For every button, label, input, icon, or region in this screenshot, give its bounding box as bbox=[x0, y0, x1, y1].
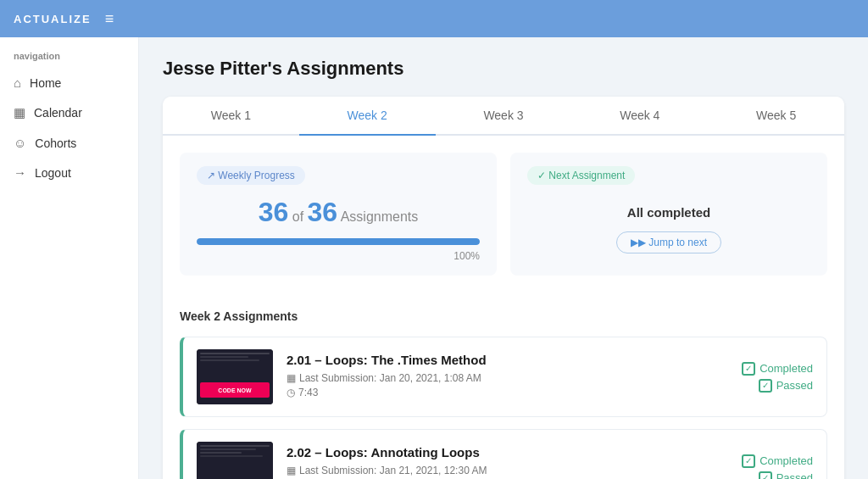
submission-date: Last Submission: Jan 21, 2021, 12:30 AM bbox=[299, 465, 487, 476]
progress-pct: 100% bbox=[197, 250, 480, 262]
sidebar-item-label: Home bbox=[30, 76, 61, 90]
next-card-center: All completed ▶▶ Jump to next bbox=[527, 197, 810, 262]
assignment-card: CODE NOW 2.01 – Loops: The .Times Method… bbox=[180, 337, 827, 417]
sidebar-item-label: Cohorts bbox=[35, 136, 76, 150]
sidebar: navigation ⌂ Home ▦ Calendar ☺ Cohorts →… bbox=[0, 37, 139, 479]
tab-week3[interactable]: Week 3 bbox=[436, 97, 572, 136]
completed-badge: ✓ Completed bbox=[742, 454, 813, 468]
logout-icon: → bbox=[14, 165, 26, 180]
content: Jesse Pitter's Assignments Week 1 Week 2… bbox=[139, 37, 868, 479]
sidebar-nav-label: navigation bbox=[0, 51, 138, 68]
calendar-icon: ▦ bbox=[287, 372, 296, 384]
next-assignment-card: ✓ Next Assignment All completed ▶▶ Jump … bbox=[510, 153, 827, 276]
progress-bar-fill bbox=[197, 238, 480, 245]
assignment-meta-submission: ▦ Last Submission: Jan 21, 2021, 12:30 A… bbox=[287, 465, 728, 476]
calendar-icon: ▦ bbox=[287, 465, 296, 476]
weekly-progress-badge: ↗ Weekly Progress bbox=[197, 166, 305, 185]
sidebar-item-label: Calendar bbox=[34, 106, 82, 120]
sidebar-item-label: Logout bbox=[35, 166, 71, 180]
assignments-section-label: Week 2 Assignments bbox=[180, 309, 827, 323]
progress-bar-bg bbox=[197, 238, 480, 245]
assignment-thumbnail bbox=[197, 442, 273, 479]
progress-card: ↗ Weekly Progress 36 of 36 Assignments 1… bbox=[180, 153, 497, 276]
assignment-title: 2.01 – Loops: The .Times Method bbox=[287, 353, 728, 367]
assignment-meta-submission: ▦ Last Submission: Jan 20, 2021, 1:08 AM bbox=[287, 372, 728, 384]
assignment-thumbnail: CODE NOW bbox=[197, 349, 273, 404]
assignments-section: Week 2 Assignments CODE NOW bbox=[163, 292, 844, 479]
sidebar-item-calendar[interactable]: ▦ Calendar bbox=[0, 97, 138, 128]
completed-check-icon: ✓ bbox=[742, 454, 755, 468]
topbar: ACTUALIZE ≡ bbox=[0, 0, 868, 37]
cohorts-icon: ☺ bbox=[14, 136, 26, 150]
assignment-meta-duration: ◷ 7:43 bbox=[287, 387, 728, 398]
assignment-card: 2.02 – Loops: Annotating Loops ▦ Last Su… bbox=[180, 429, 827, 479]
passed-check-icon: ✓ bbox=[759, 379, 772, 393]
tab-week4[interactable]: Week 4 bbox=[571, 97, 708, 136]
tab-week5[interactable]: Week 5 bbox=[708, 97, 844, 136]
completed-label: Completed bbox=[760, 362, 813, 375]
completed-label: Completed bbox=[760, 454, 813, 467]
calendar-icon: ▦ bbox=[14, 105, 25, 120]
assignment-title: 2.02 – Loops: Annotating Loops bbox=[287, 445, 728, 460]
duration: 7:43 bbox=[298, 387, 318, 398]
passed-badge: ✓ Passed bbox=[759, 471, 813, 480]
passed-check-icon: ✓ bbox=[759, 471, 772, 480]
sidebar-item-logout[interactable]: → Logout bbox=[0, 158, 138, 187]
submission-date: Last Submission: Jan 20, 2021, 1:08 AM bbox=[299, 372, 481, 384]
page-title: Jesse Pitter's Assignments bbox=[163, 58, 844, 80]
completed-badge: ✓ Completed bbox=[742, 362, 813, 376]
sidebar-item-home[interactable]: ⌂ Home bbox=[0, 68, 138, 97]
assignment-info: 2.01 – Loops: The .Times Method ▦ Last S… bbox=[287, 353, 728, 401]
clock-icon: ◷ bbox=[287, 387, 295, 398]
tab-week2[interactable]: Week 2 bbox=[299, 97, 436, 136]
assignment-status: ✓ Completed ✓ Passed bbox=[742, 362, 813, 393]
jump-to-next-button[interactable]: ▶▶ Jump to next bbox=[616, 231, 721, 253]
tab-week1[interactable]: Week 1 bbox=[163, 97, 299, 136]
passed-badge: ✓ Passed bbox=[759, 379, 813, 393]
progress-numbers: 36 of 36 Assignments bbox=[197, 197, 480, 228]
completed-check-icon: ✓ bbox=[742, 362, 755, 376]
sidebar-item-cohorts[interactable]: ☺ Cohorts bbox=[0, 128, 138, 158]
main-layout: navigation ⌂ Home ▦ Calendar ☺ Cohorts →… bbox=[0, 37, 868, 479]
next-assignment-badge: ✓ Next Assignment bbox=[527, 166, 635, 185]
menu-icon[interactable]: ≡ bbox=[105, 10, 114, 28]
week-tabs: Week 1 Week 2 Week 3 Week 4 Week 5 bbox=[163, 97, 844, 136]
assignment-info: 2.02 – Loops: Annotating Loops ▦ Last Su… bbox=[287, 445, 728, 479]
logo: ACTUALIZE bbox=[14, 13, 92, 25]
cards-row: ↗ Weekly Progress 36 of 36 Assignments 1… bbox=[163, 136, 844, 292]
passed-label: Passed bbox=[776, 471, 813, 479]
assignment-status: ✓ Completed ✓ Passed bbox=[742, 454, 813, 480]
white-container: Week 1 Week 2 Week 3 Week 4 Week 5 ↗ Wee… bbox=[163, 97, 844, 479]
home-icon: ⌂ bbox=[14, 75, 21, 90]
passed-label: Passed bbox=[776, 379, 813, 392]
all-completed-text: All completed bbox=[627, 205, 710, 220]
